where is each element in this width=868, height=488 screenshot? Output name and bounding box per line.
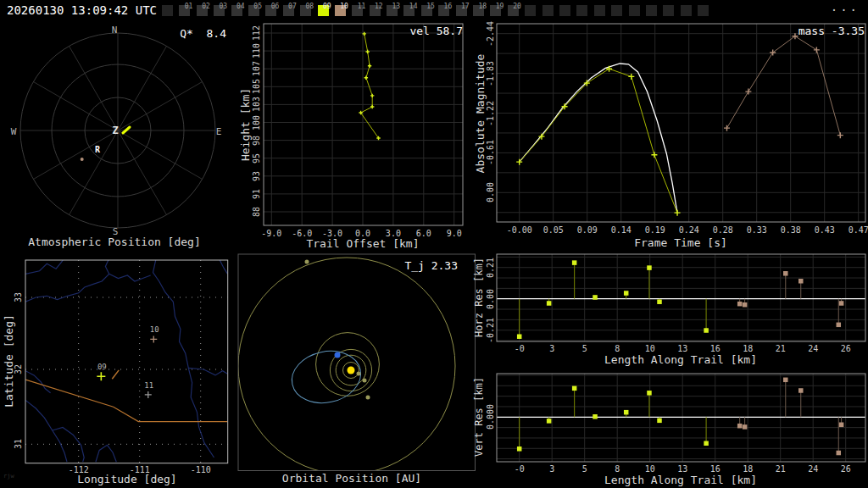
frame-thumbnail-18[interactable]: 18	[473, 5, 484, 16]
map-xlabel: Longitude [deg]	[77, 473, 176, 485]
frame-thumbnail-13[interactable]: 13	[387, 5, 398, 16]
frame-thumbnail-14[interactable]: 14	[403, 5, 415, 16]
frame-thumbnail[interactable]	[698, 5, 709, 16]
vert-xtick: 26	[841, 464, 851, 474]
horz-xtick: 5	[582, 344, 587, 353]
frame-thumbnail-03[interactable]: 03	[214, 5, 225, 16]
magnitude-xtick: 0.09	[577, 225, 598, 235]
trail-ytick: 93	[252, 171, 261, 181]
vert-xtick: 3	[549, 464, 554, 474]
compass-north-label: N	[112, 25, 118, 36]
trail-xlabel: Trail Offset [km]	[306, 237, 419, 250]
horz-xtick: 8	[615, 344, 620, 353]
frame-number-label: 08	[305, 3, 314, 10]
frame-number-label: 01	[185, 3, 193, 10]
vert-res-ytick: 0.000	[486, 404, 495, 430]
magnitude-xtick: 0.47	[849, 225, 868, 235]
frame-thumbnail-01[interactable]: 01	[179, 5, 190, 16]
horz-res-panel: Horz Res [km] Length Along Trail [km] -0…	[471, 250, 868, 369]
frame-number-label: 19	[496, 3, 504, 10]
frame-thumbnail-02[interactable]: 02	[197, 5, 208, 16]
frame-thumbnail[interactable]	[576, 5, 587, 16]
vert-xtick: 21	[776, 464, 786, 474]
vert-res-xlabel: Length Along Trail [km]	[604, 474, 757, 486]
frame-thumbnail-strip: 0102030405060708091011121314151617181920	[162, 5, 715, 16]
frame-thumbnail-07[interactable]: 07	[283, 5, 294, 16]
frame-thumbnail-16[interactable]: 16	[438, 5, 449, 16]
atmospheric-position-panel: Q* 8.4 N S W E Z R Atmospheric Position …	[0, 20, 236, 250]
frame-thumbnail[interactable]	[594, 5, 605, 16]
magnitude-ytick: -1.22	[486, 100, 495, 125]
trail-ylabel: Height [km]	[239, 88, 252, 161]
tisserand-stat: T_j 2.33	[404, 259, 458, 272]
trail-ytick: 110	[252, 43, 261, 58]
frame-number-label: 03	[220, 3, 228, 10]
map-ytick: 33	[14, 292, 23, 302]
magnitude-ytick: -2.44	[486, 21, 495, 47]
frame-thumbnail-05[interactable]: 05	[248, 5, 259, 16]
horz-res-xlabel: Length Along Trail [km]	[604, 353, 757, 366]
magnitude-ylabel: Absolute Magnitude	[474, 54, 487, 174]
frame-thumbnail[interactable]	[542, 5, 554, 16]
frame-thumbnail-17[interactable]: 17	[456, 5, 467, 16]
frame-number-label: 02	[202, 3, 210, 10]
frame-number-label: 14	[409, 3, 418, 10]
trail-ytick: 88	[252, 207, 261, 217]
frame-thumbnail-04[interactable]: 04	[231, 5, 242, 16]
frame-thumbnail-11[interactable]: 11	[352, 5, 363, 16]
frame-thumbnail-09[interactable]: 09	[318, 5, 329, 16]
frame-thumbnail[interactable]	[162, 5, 173, 16]
magnitude-xtick: 0.38	[781, 225, 801, 235]
frame-thumbnail[interactable]	[611, 5, 622, 16]
frame-thumbnail[interactable]	[646, 5, 657, 16]
frame-thumbnail-15[interactable]: 15	[421, 5, 432, 16]
frame-thumbnail-19[interactable]: 19	[490, 5, 501, 16]
frame-number-label: 09	[323, 3, 331, 10]
frame-thumbnail[interactable]	[663, 5, 674, 16]
vert-xtick: 16	[710, 464, 721, 474]
top-bar: 20260130 13:09:42 UTC 010203040506070809…	[0, 0, 868, 20]
frame-number-label: 13	[392, 3, 400, 10]
frame-number-label: 07	[288, 3, 297, 10]
frame-thumbnail[interactable]	[525, 5, 536, 16]
map-xtick: -112	[69, 465, 89, 474]
magnitude-xtick: 0.24	[679, 225, 699, 235]
frame-number-label: 16	[444, 3, 453, 10]
trail-ytick: 103	[252, 97, 261, 112]
magnitude-xtick: 0.28	[713, 225, 733, 235]
frame-number-label: 12	[375, 3, 383, 10]
horz-xtick: 3	[549, 344, 554, 353]
trail-xtick: -3.0	[322, 229, 342, 238]
frame-thumbnail-06[interactable]: 06	[265, 5, 276, 16]
magnitude-ytick: -1.83	[486, 61, 495, 86]
magnitude-xtick: 0.05	[543, 225, 564, 235]
ground-map-plot	[0, 250, 236, 488]
trail-ytick: 100	[252, 114, 261, 130]
frame-thumbnail[interactable]	[629, 5, 640, 16]
overflow-menu[interactable]: ...	[831, 0, 860, 14]
orbital-plot	[236, 250, 476, 488]
frame-thumbnail-08[interactable]: 08	[300, 5, 311, 16]
map-marker-label-09: 09	[97, 363, 107, 371]
frame-number-label: 10	[340, 3, 348, 10]
orbital-position-panel: T_j 2.33 Orbital Position [AU]	[236, 250, 476, 488]
trail-xtick: 3.0	[386, 229, 401, 238]
horz-res-ytick: 0.21	[486, 258, 495, 278]
horz-xtick: 10	[645, 344, 655, 353]
horz-xtick: 26	[841, 344, 851, 353]
corner-watermark: rjw	[3, 473, 14, 480]
frame-thumbnail-10[interactable]: 10	[335, 5, 346, 16]
vert-xtick: 10	[645, 464, 655, 474]
frame-thumbnail[interactable]	[681, 5, 692, 16]
horz-res-ytick: -0.21	[486, 318, 495, 343]
frame-thumbnail[interactable]	[559, 5, 570, 16]
magnitude-ytick: 0.00	[486, 182, 495, 202]
trail-ytick: 107	[252, 61, 261, 76]
frame-thumbnail-20[interactable]: 20	[508, 5, 519, 16]
map-ylabel: Latitude [deg]	[3, 314, 15, 408]
vert-xtick: 24	[808, 464, 818, 474]
map-marker-label-10: 10	[150, 325, 159, 334]
trail-offset-panel: vel 58.7 Height [km] Trail Offset [km] -…	[236, 20, 471, 250]
trail-xtick: -6.0	[292, 229, 312, 238]
frame-thumbnail-12[interactable]: 12	[370, 5, 381, 16]
